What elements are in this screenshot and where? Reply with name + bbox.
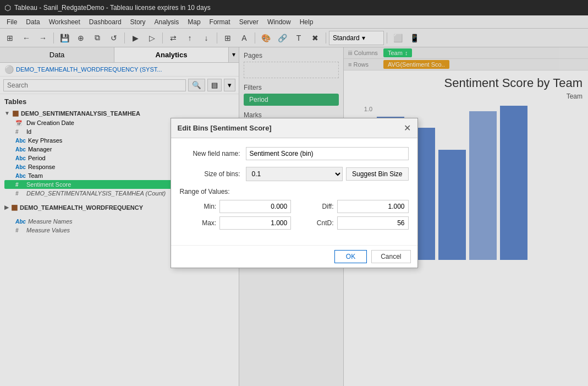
- dialog-body: New field name: Size of bins: 0.1 Sugges…: [171, 138, 417, 245]
- cntd-label: CntD:: [294, 219, 333, 227]
- field-name-row: New field name:: [180, 147, 409, 160]
- cntd-input[interactable]: [337, 216, 409, 230]
- bin-size-row: Size of bins: 0.1 Suggest Bin Size: [180, 167, 409, 181]
- max-label: Max:: [180, 219, 217, 227]
- diff-label: Diff:: [294, 203, 333, 210]
- suggest-bin-size-button[interactable]: Suggest Bin Size: [346, 167, 408, 181]
- min-label: Min:: [180, 203, 217, 210]
- dialog-title: Edit Bins [Sentiment Score]: [178, 124, 272, 132]
- dialog-close-button[interactable]: ✕: [404, 123, 411, 133]
- max-input[interactable]: [219, 216, 291, 230]
- field-name-input[interactable]: [246, 147, 409, 160]
- range-grid: Min: Diff: Max: CntD:: [180, 200, 409, 230]
- dialog-header: Edit Bins [Sentiment Score] ✕: [171, 118, 417, 138]
- edit-bins-dialog: Edit Bins [Sentiment Score] ✕ New field …: [171, 118, 418, 268]
- bin-size-select[interactable]: 0.1: [246, 167, 343, 181]
- diff-input[interactable]: [337, 200, 409, 213]
- range-label: Range of Values:: [180, 188, 409, 195]
- cancel-button[interactable]: Cancel: [371, 250, 410, 263]
- dialog-footer: OK Cancel: [171, 245, 417, 268]
- bin-size-label: Size of bins:: [180, 170, 246, 178]
- ok-button[interactable]: OK: [334, 250, 367, 263]
- min-input[interactable]: [219, 200, 291, 213]
- field-name-label: New field name:: [180, 150, 246, 157]
- dialog-overlay: Edit Bins [Sentiment Score] ✕ New field …: [0, 0, 588, 386]
